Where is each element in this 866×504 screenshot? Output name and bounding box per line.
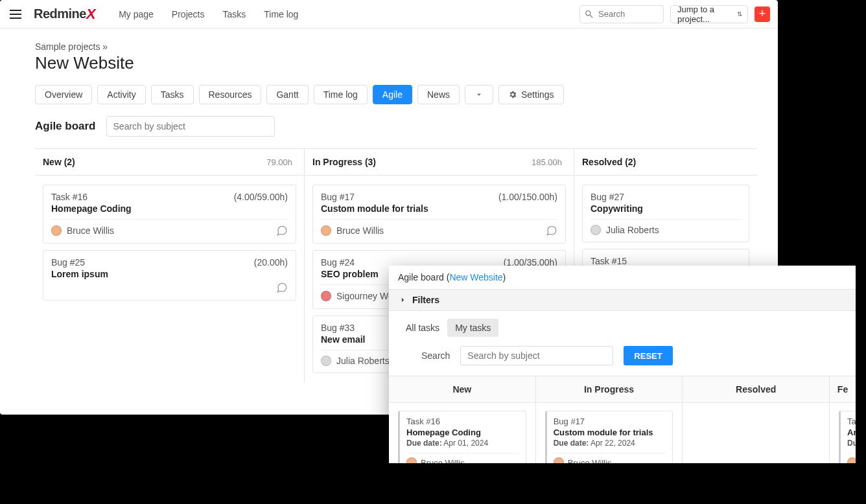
column-new: New (2) 79.00h Task #16(4.00/59.00h) Hom…: [35, 149, 305, 382]
tab-more[interactable]: [465, 85, 493, 104]
popup-cards-row: Task #16 Homepage Coding Due date: Apr 0…: [389, 402, 856, 463]
avatar: [847, 457, 856, 463]
card-subject: Custom module for trials: [321, 203, 557, 214]
card-ref: Bug #24: [321, 257, 355, 268]
updown-icon: ⇅: [737, 10, 742, 17]
breadcrumb[interactable]: Sample projects »: [35, 41, 757, 52]
popup-inner: All tasks My tasks Search RESET: [389, 311, 856, 365]
column-head-new: New (2) 79.00h: [35, 149, 304, 176]
page-title: New Website: [35, 53, 757, 73]
global-search: [579, 5, 664, 23]
tab-news[interactable]: News: [417, 85, 460, 104]
avatar: [554, 457, 564, 463]
tab-overview[interactable]: Overview: [35, 85, 92, 104]
popup-columns-header: New In Progress Resolved Fe: [389, 376, 856, 402]
card-ref: Task #16: [51, 192, 88, 202]
nav-projects[interactable]: Projects: [164, 5, 213, 23]
card-ref: Bug #25: [51, 257, 85, 268]
filter-tab-all[interactable]: All tasks: [398, 319, 447, 337]
tab-agile[interactable]: Agile: [373, 85, 412, 104]
popup-search-row: Search RESET: [398, 346, 847, 365]
pcol-head-more: Fe: [830, 376, 856, 402]
pcard-bug-17[interactable]: Bug #17 Custom module for trials Due dat…: [545, 411, 673, 463]
pcol-head-in-progress: In Progress: [536, 376, 683, 402]
topbar-right: Jump to a project... ⇅ +: [579, 5, 770, 23]
pcard-slot-new: Task #16 Homepage Coding Due date: Apr 0…: [389, 403, 536, 463]
card-ref: Bug #33: [321, 323, 355, 333]
tab-settings[interactable]: Settings: [498, 85, 564, 104]
card-bug-17[interactable]: Bug #17(1.00/150.00h) Custom module for …: [312, 185, 566, 244]
filter-tabs: All tasks My tasks: [398, 319, 847, 337]
popup-header: Agile board (New Website): [389, 266, 856, 289]
menu-icon[interactable]: [8, 6, 23, 22]
card-bug-27[interactable]: Bug #27 Copywriting Julia Roberts: [582, 185, 749, 242]
chevron-right-icon: [398, 295, 407, 304]
nav-mypage[interactable]: My page: [111, 5, 161, 23]
project-tabs: Overview Activity Tasks Resources Gantt …: [35, 85, 757, 104]
assignee: Bruce Willis: [321, 225, 384, 236]
tab-gantt[interactable]: Gantt: [266, 85, 308, 104]
avatar: [51, 225, 62, 236]
board-title: Agile board: [35, 120, 96, 133]
pcard-task-6[interactable]: Task #6 Analysis of R Due date: Nov Bruc…: [839, 411, 856, 463]
logo-x: X: [86, 6, 95, 22]
avatar: [406, 457, 417, 463]
assignee: Bruce Willis: [51, 225, 114, 236]
pcard-task-16[interactable]: Task #16 Homepage Coding Due date: Apr 0…: [398, 411, 526, 463]
nav-timelog[interactable]: Time log: [256, 5, 306, 23]
card-bug-25[interactable]: Bug #25(20.00h) Lorem ipsum: [43, 250, 296, 301]
filters-bar[interactable]: Filters: [389, 289, 856, 311]
avatar: [321, 225, 331, 236]
top-nav: My page Projects Tasks Time log: [111, 5, 306, 23]
topbar: RedmineX My page Projects Tasks Time log…: [0, 0, 778, 29]
card-task-16[interactable]: Task #16(4.00/59.00h) Homepage Coding Br…: [43, 185, 296, 244]
popup-search-input[interactable]: [460, 346, 613, 365]
agile-board-popup: Agile board (New Website) Filters All ta…: [389, 266, 856, 463]
gear-icon: [508, 90, 517, 99]
comment-icon[interactable]: [276, 282, 288, 293]
pcard-slot-resolved: [683, 403, 830, 463]
column-head-resolved: Resolved (2): [574, 149, 757, 176]
avatar: [321, 291, 331, 301]
avatar: [591, 225, 601, 235]
filter-tab-my[interactable]: My tasks: [447, 319, 498, 337]
nav-tasks[interactable]: Tasks: [215, 5, 253, 23]
reset-button[interactable]: RESET: [624, 346, 672, 365]
tab-tasks[interactable]: Tasks: [151, 85, 194, 104]
card-ref: Bug #17: [321, 192, 355, 202]
search-label: Search: [421, 350, 450, 361]
assignee: Julia Roberts: [321, 356, 390, 366]
avatar: [321, 356, 331, 366]
chevron-down-icon: [474, 90, 484, 99]
logo: RedmineX: [34, 6, 95, 23]
pcard-slot-in-progress: Bug #17 Custom module for trials Due dat…: [536, 403, 683, 463]
assignee: Julia Roberts: [591, 225, 741, 235]
pcard-slot-overflow: Task #6 Analysis of R Due date: Nov Bruc…: [830, 403, 856, 463]
search-icon: [584, 9, 594, 19]
pcol-head-resolved: Resolved: [683, 376, 830, 402]
project-jump[interactable]: Jump to a project... ⇅: [670, 5, 748, 23]
tab-timelog[interactable]: Time log: [314, 85, 368, 104]
card-subject: Lorem ipsum: [51, 269, 288, 279]
board-search-input[interactable]: [106, 116, 275, 137]
board-header: Agile board: [35, 116, 757, 137]
comment-icon[interactable]: [276, 225, 288, 236]
column-head-in-progress: In Progress (3) 185.00h: [305, 149, 574, 176]
add-button[interactable]: +: [755, 6, 770, 22]
popup-project-link[interactable]: New Website: [449, 272, 502, 282]
card-ref: Bug #27: [591, 192, 624, 202]
pcol-head-new: New: [389, 376, 536, 402]
card-hours: (1.00/150.00h): [498, 192, 557, 202]
tab-activity[interactable]: Activity: [97, 85, 145, 104]
card-hours: (4.00/59.00h): [234, 192, 288, 202]
card-subject: Copywriting: [591, 203, 741, 214]
card-ref: Task #15: [591, 256, 627, 266]
comment-icon[interactable]: [546, 225, 557, 236]
tab-resources[interactable]: Resources: [199, 85, 262, 104]
column-cards-new: Task #16(4.00/59.00h) Homepage Coding Br…: [35, 176, 304, 310]
card-hours: (20.00h): [254, 257, 288, 268]
card-subject: Homepage Coding: [51, 203, 288, 214]
